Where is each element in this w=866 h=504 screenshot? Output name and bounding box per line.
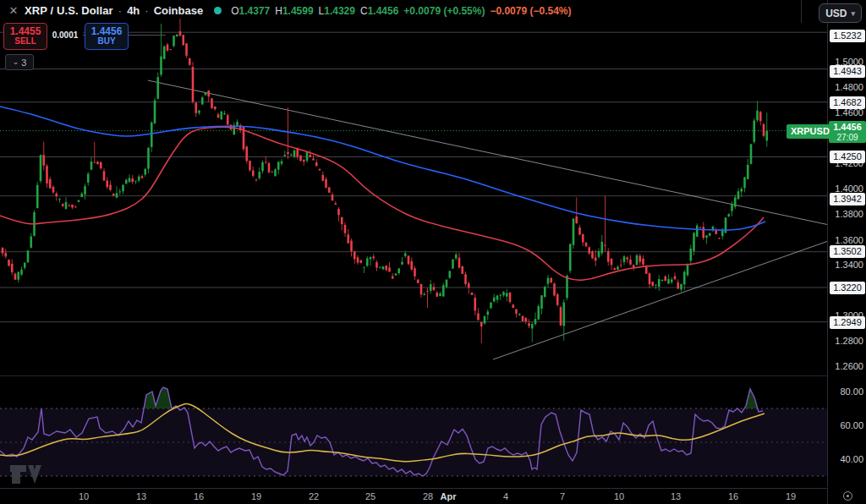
candle-body xyxy=(626,258,628,260)
candle-body xyxy=(468,283,470,288)
candle-body xyxy=(306,152,309,161)
candle-body xyxy=(484,316,486,324)
candle-body xyxy=(129,178,131,182)
candle-body xyxy=(303,160,305,162)
time-axis-label: 13 xyxy=(136,491,146,501)
candle-body xyxy=(486,311,489,315)
candle-body xyxy=(71,205,74,207)
candle-body xyxy=(458,258,461,268)
trend-line[interactable] xyxy=(493,240,830,359)
candle-body xyxy=(623,256,626,262)
candle-body xyxy=(201,97,204,104)
candle-body xyxy=(341,217,343,224)
candle-body xyxy=(274,169,277,176)
candle-body xyxy=(715,230,717,234)
candle-body xyxy=(588,247,590,253)
candle-body xyxy=(245,146,248,161)
symbol-title[interactable]: XRP / U.S. Dollar xyxy=(25,4,113,17)
sell-button[interactable]: 1.4455 SELL xyxy=(3,23,47,50)
time-axis-label: 22 xyxy=(309,491,319,501)
price-axis[interactable]: 1.50001.48001.46001.42001.40001.38001.36… xyxy=(827,0,866,487)
object-tree-toggle[interactable]: ⌄ 3 xyxy=(5,54,34,70)
candle-body xyxy=(753,121,755,142)
candle-body xyxy=(141,176,144,178)
candle-body xyxy=(414,268,416,277)
candle-body xyxy=(667,279,670,283)
market-status-icon[interactable] xyxy=(214,7,222,14)
rsi-axis-label: 60.00 xyxy=(840,420,863,431)
candle-body xyxy=(452,260,454,269)
candle-body xyxy=(433,288,436,290)
candle-body xyxy=(446,280,448,288)
candle-body xyxy=(658,279,660,287)
candle-body xyxy=(125,180,128,184)
candle-body xyxy=(93,162,96,163)
candle-body xyxy=(217,114,220,118)
buy-button[interactable]: 1.4456 BUY xyxy=(85,23,129,50)
candle-body xyxy=(721,231,724,237)
axis-settings-icon[interactable] xyxy=(843,491,852,501)
candle-body xyxy=(189,58,191,65)
candle-body xyxy=(731,205,733,211)
currency-selector-button[interactable]: USD ▾ xyxy=(819,3,862,23)
candle-body xyxy=(544,287,546,297)
candle-body xyxy=(756,111,759,120)
candle-body xyxy=(512,304,514,308)
candle-body xyxy=(734,197,737,206)
candle-body xyxy=(74,206,77,207)
candle-body xyxy=(540,295,543,309)
candle-body xyxy=(370,257,372,259)
candle-body xyxy=(385,266,387,270)
ma-slow-line[interactable] xyxy=(0,127,764,280)
current-price-value: 1.4456 xyxy=(829,122,866,133)
candle-body xyxy=(334,204,337,205)
candle-body xyxy=(261,162,264,172)
candle-body xyxy=(42,155,45,165)
title-separator: · xyxy=(118,4,122,17)
candle-body xyxy=(642,259,644,265)
candle-body xyxy=(439,293,441,296)
price-axis-label: 1.2800 xyxy=(835,336,863,347)
time-axis[interactable]: 10131619222528Apr4710131619 xyxy=(0,488,866,504)
candle-body xyxy=(337,209,340,215)
candle-body xyxy=(528,323,530,326)
candle-body xyxy=(109,185,112,190)
time-axis-label: 16 xyxy=(194,491,204,501)
candle-body xyxy=(423,294,425,295)
interval-label[interactable]: 4h xyxy=(127,4,140,17)
candle-body xyxy=(321,175,324,181)
close-icon[interactable]: ✕ xyxy=(7,4,20,17)
candle-body xyxy=(490,303,492,309)
candle-body xyxy=(674,277,677,280)
time-axis-label: 25 xyxy=(365,491,375,501)
candle-body xyxy=(207,90,210,96)
ma-fast-line[interactable] xyxy=(0,107,765,230)
price-level-label: 1.5232 xyxy=(830,30,865,42)
candle-body xyxy=(220,112,222,119)
time-axis-label: 28 xyxy=(423,491,433,501)
time-axis-label: 16 xyxy=(728,491,738,501)
candle-body xyxy=(268,163,271,173)
time-axis-label: 10 xyxy=(79,491,89,501)
candle-body xyxy=(144,169,146,175)
change-value: +0.0079 (+0.55%) xyxy=(403,5,485,17)
candle-body xyxy=(151,123,153,147)
candle-body xyxy=(566,276,568,298)
pane-separator[interactable] xyxy=(0,375,827,376)
candle-body xyxy=(347,234,349,243)
candle-body xyxy=(379,267,381,268)
candle-body xyxy=(134,181,137,182)
price-level-label: 1.4943 xyxy=(830,65,865,78)
candle-body xyxy=(11,264,14,272)
candle-body xyxy=(363,267,365,268)
candle-body xyxy=(645,267,648,274)
time-axis-label: 19 xyxy=(251,491,261,501)
price-chart-canvas[interactable] xyxy=(0,0,866,504)
price-level-label: 1.3942 xyxy=(830,193,865,205)
candle-body xyxy=(30,237,32,248)
candle-body xyxy=(195,102,197,112)
candle-body xyxy=(156,77,159,98)
candle-body xyxy=(185,43,188,56)
candle-body xyxy=(496,295,499,299)
candle-body xyxy=(392,276,394,278)
